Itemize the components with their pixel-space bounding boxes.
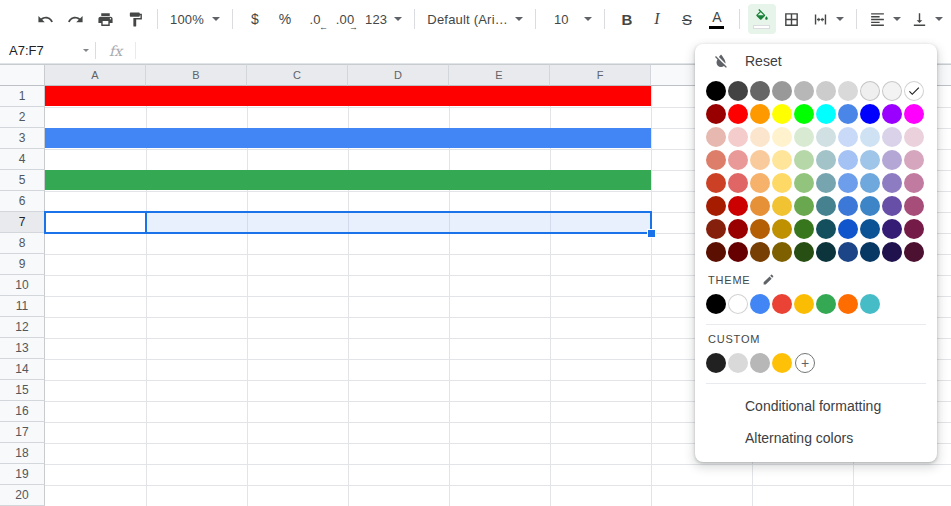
color-swatch-#cc0000[interactable] bbox=[728, 196, 748, 216]
color-swatch-#ffff00[interactable] bbox=[772, 104, 792, 124]
color-swatch-#a61c00[interactable] bbox=[706, 196, 726, 216]
theme-color-#fbbc04[interactable] bbox=[794, 294, 814, 314]
color-swatch-#ff00ff[interactable] bbox=[904, 104, 924, 124]
decrease-decimal-button[interactable]: .0 ← bbox=[301, 4, 329, 34]
color-swatch-#1155cc[interactable] bbox=[838, 219, 858, 239]
color-swatch-#85200c[interactable] bbox=[706, 219, 726, 239]
color-swatch-#1c4587[interactable] bbox=[838, 242, 858, 262]
color-swatch-#783f04[interactable] bbox=[750, 242, 770, 262]
row-header-5[interactable]: 5 bbox=[0, 170, 45, 191]
color-swatch-#d9d2e9[interactable] bbox=[882, 127, 902, 147]
row-header-17[interactable]: 17 bbox=[0, 422, 45, 443]
more-formats-select[interactable]: 123 bbox=[361, 4, 406, 34]
color-swatch-#d0e0e3[interactable] bbox=[816, 127, 836, 147]
color-swatch-#20124d[interactable] bbox=[882, 242, 902, 262]
color-swatch-#93c47d[interactable] bbox=[794, 173, 814, 193]
color-swatch-#76a5af[interactable] bbox=[816, 173, 836, 193]
vertical-align-select[interactable] bbox=[907, 4, 947, 34]
color-swatch-#cfe2f3[interactable] bbox=[860, 127, 880, 147]
theme-color-#ea4335[interactable] bbox=[772, 294, 792, 314]
color-swatch-#0b5394[interactable] bbox=[860, 219, 880, 239]
row-header-6[interactable]: 6 bbox=[0, 191, 45, 212]
color-swatch-#d9d9d9[interactable] bbox=[838, 81, 858, 101]
column-header-E[interactable]: E bbox=[449, 64, 550, 86]
reset-button[interactable]: Reset bbox=[695, 48, 937, 74]
color-swatch-#e06666[interactable] bbox=[728, 173, 748, 193]
row-header-2[interactable]: 2 bbox=[0, 107, 45, 128]
color-swatch-#ead1dc[interactable] bbox=[904, 127, 924, 147]
row-header-1[interactable]: 1 bbox=[0, 86, 45, 107]
row-header-11[interactable]: 11 bbox=[0, 296, 45, 317]
color-swatch-#f9cb9c[interactable] bbox=[750, 150, 770, 170]
color-swatch-#a4c2f4[interactable] bbox=[838, 150, 858, 170]
filled-row-5[interactable] bbox=[45, 170, 651, 190]
theme-color-#ffffff[interactable] bbox=[728, 294, 748, 314]
borders-button[interactable] bbox=[778, 4, 806, 34]
italic-button[interactable]: I bbox=[643, 4, 671, 34]
color-swatch-#f3f3f3[interactable] bbox=[882, 81, 902, 101]
color-swatch-#ffd966[interactable] bbox=[772, 173, 792, 193]
bold-button[interactable]: B bbox=[613, 4, 641, 34]
color-swatch-#cccccc[interactable] bbox=[816, 81, 836, 101]
color-swatch-#741b47[interactable] bbox=[904, 219, 924, 239]
row-header-3[interactable]: 3 bbox=[0, 128, 45, 149]
row-header-9[interactable]: 9 bbox=[0, 254, 45, 275]
custom-color-#212121[interactable] bbox=[706, 353, 726, 373]
color-swatch-#4a86e8[interactable] bbox=[838, 104, 858, 124]
row-header-7[interactable]: 7 bbox=[0, 212, 45, 233]
add-custom-color-button[interactable]: + bbox=[795, 353, 815, 373]
row-header-16[interactable]: 16 bbox=[0, 401, 45, 422]
column-header-A[interactable]: A bbox=[45, 64, 146, 86]
theme-color-#000000[interactable] bbox=[706, 294, 726, 314]
color-swatch-#0c343d[interactable] bbox=[816, 242, 836, 262]
edit-theme-icon[interactable] bbox=[762, 273, 775, 286]
color-swatch-#3d85c6[interactable] bbox=[860, 196, 880, 216]
custom-color-#ffc107[interactable] bbox=[772, 353, 792, 373]
percent-format-button[interactable]: % bbox=[271, 4, 299, 34]
increase-decimal-button[interactable]: .00 → bbox=[331, 4, 359, 34]
row-header-12[interactable]: 12 bbox=[0, 317, 45, 338]
color-swatch-#274e13[interactable] bbox=[794, 242, 814, 262]
color-swatch-#00ff00[interactable] bbox=[794, 104, 814, 124]
conditional-formatting-item[interactable]: Conditional formatting bbox=[695, 390, 937, 422]
font-select[interactable]: Default (Ari… bbox=[423, 4, 527, 34]
color-swatch-#dd7e6b[interactable] bbox=[706, 150, 726, 170]
undo-button[interactable] bbox=[31, 4, 59, 34]
color-swatch-#5b0f00[interactable] bbox=[706, 242, 726, 262]
font-size-select[interactable]: 10 bbox=[544, 4, 596, 34]
color-swatch-#6d9eeb[interactable] bbox=[838, 173, 858, 193]
color-swatch-#ff9900[interactable] bbox=[750, 104, 770, 124]
custom-color-#d9d9d9[interactable] bbox=[728, 353, 748, 373]
zoom-select[interactable]: 100% bbox=[166, 4, 224, 34]
theme-color-#ff6d01[interactable] bbox=[838, 294, 858, 314]
print-button[interactable] bbox=[91, 4, 119, 34]
filled-row-3[interactable] bbox=[45, 128, 651, 148]
color-swatch-#999999[interactable] bbox=[772, 81, 792, 101]
theme-color-#4285f4[interactable] bbox=[750, 294, 770, 314]
color-swatch-#000000[interactable] bbox=[706, 81, 726, 101]
color-swatch-#351c75[interactable] bbox=[882, 219, 902, 239]
color-swatch-#bf9000[interactable] bbox=[772, 219, 792, 239]
color-swatch-#fce5cd[interactable] bbox=[750, 127, 770, 147]
color-swatch-#00ffff[interactable] bbox=[816, 104, 836, 124]
color-swatch-#674ea7[interactable] bbox=[882, 196, 902, 216]
color-swatch-#6aa84f[interactable] bbox=[794, 196, 814, 216]
fill-handle[interactable] bbox=[647, 229, 656, 238]
strikethrough-button[interactable]: S bbox=[673, 4, 701, 34]
theme-color-#34a853[interactable] bbox=[816, 294, 836, 314]
horizontal-align-select[interactable] bbox=[865, 4, 905, 34]
color-swatch-#b45f06[interactable] bbox=[750, 219, 770, 239]
color-swatch-#ffffff[interactable] bbox=[904, 81, 924, 101]
color-swatch-#4c1130[interactable] bbox=[904, 242, 924, 262]
color-swatch-#9fc5e8[interactable] bbox=[860, 150, 880, 170]
color-swatch-#d9ead3[interactable] bbox=[794, 127, 814, 147]
theme-color-#46bdc6[interactable] bbox=[860, 294, 880, 314]
color-swatch-#ffe599[interactable] bbox=[772, 150, 792, 170]
color-swatch-#a64d79[interactable] bbox=[904, 196, 924, 216]
currency-format-button[interactable]: $ bbox=[241, 4, 269, 34]
column-header-F[interactable]: F bbox=[550, 64, 651, 86]
color-swatch-#3c78d8[interactable] bbox=[838, 196, 858, 216]
color-swatch-#434343[interactable] bbox=[728, 81, 748, 101]
color-swatch-#ea9999[interactable] bbox=[728, 150, 748, 170]
column-header-D[interactable]: D bbox=[348, 64, 449, 86]
